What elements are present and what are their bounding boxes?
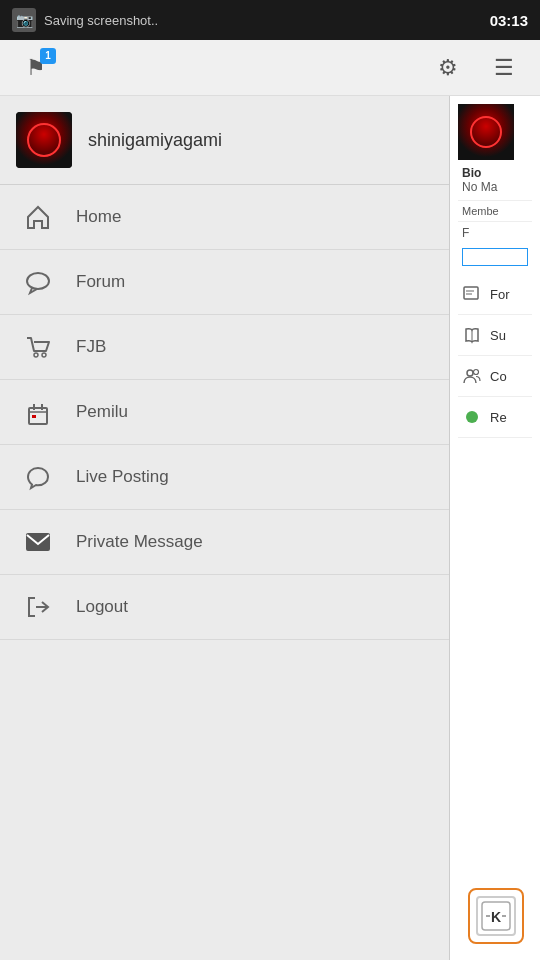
svg-point-8 [474, 370, 479, 375]
gear-icon: ⚙ [438, 55, 458, 81]
kde-button[interactable]: K [468, 888, 524, 944]
right-forum-icon [462, 284, 482, 304]
right-menu-item-su[interactable]: Su [458, 315, 532, 356]
right-menu-item-re[interactable]: Re [458, 397, 532, 438]
sidebar-item-home[interactable]: Home [0, 185, 449, 250]
right-menu-item-forum[interactable]: For [458, 274, 532, 315]
flag-button[interactable]: ⚑ 1 [12, 44, 60, 92]
svg-text:K: K [491, 909, 501, 925]
right-dot-icon [462, 407, 482, 427]
svg-rect-5 [27, 534, 49, 550]
settings-button[interactable]: ⚙ [424, 44, 472, 92]
right-su-label: Su [490, 328, 506, 343]
right-co-label: Co [490, 369, 507, 384]
forum-label: Forum [76, 272, 125, 292]
profile-content: Bio No Ma Membe F [450, 96, 540, 446]
sidebar-item-forum[interactable]: Forum [0, 250, 449, 315]
fjb-label: FJB [76, 337, 106, 357]
fjb-icon [20, 329, 56, 365]
home-icon [20, 199, 56, 235]
svg-point-2 [42, 353, 46, 357]
user-profile-row[interactable]: shinigamiyagami [0, 96, 449, 185]
hamburger-button[interactable]: ☰ [480, 44, 528, 92]
privatemessage-label: Private Message [76, 532, 203, 552]
bio-section: Bio No Ma [458, 160, 532, 200]
partial-f-section: F [458, 221, 532, 244]
liveposting-label: Live Posting [76, 467, 169, 487]
svg-point-1 [34, 353, 38, 357]
svg-rect-4 [32, 415, 36, 418]
profile-thumbnail [458, 104, 514, 160]
right-forum-label: For [490, 287, 510, 302]
main-layout: shinigamiyagami Home Forum [0, 96, 540, 960]
status-text: Saving screenshot.. [44, 13, 482, 28]
svg-rect-3 [29, 408, 47, 424]
right-menu-list: For Su [458, 274, 532, 438]
hamburger-icon: ☰ [494, 55, 514, 81]
avatar-image [16, 112, 72, 168]
home-label: Home [76, 207, 121, 227]
forum-icon [20, 264, 56, 300]
bio-text: No Ma [462, 180, 528, 194]
privatemessage-icon [20, 524, 56, 560]
top-nav: ⚑ 1 ⚙ ☰ [0, 40, 540, 96]
pemilu-label: Pemilu [76, 402, 128, 422]
bio-title: Bio [462, 166, 528, 180]
username-label: shinigamiyagami [88, 130, 222, 151]
sidebar-item-liveposting[interactable]: Live Posting [0, 445, 449, 510]
member-text: Membe [462, 205, 499, 217]
pemilu-icon [20, 394, 56, 430]
svg-point-0 [27, 273, 49, 289]
svg-point-7 [467, 370, 473, 376]
drawer: shinigamiyagami Home Forum [0, 96, 450, 960]
member-section: Membe [458, 200, 532, 221]
status-time: 03:13 [490, 12, 528, 29]
partial-f-text: F [462, 226, 469, 240]
logout-label: Logout [76, 597, 128, 617]
sidebar-item-fjb[interactable]: FJB [0, 315, 449, 380]
liveposting-icon [20, 459, 56, 495]
right-people-icon [462, 366, 482, 386]
logout-icon [20, 589, 56, 625]
svg-rect-6 [464, 287, 478, 299]
avatar [16, 112, 72, 168]
right-menu-item-co[interactable]: Co [458, 356, 532, 397]
sidebar-item-pemilu[interactable]: Pemilu [0, 380, 449, 445]
green-status-dot [466, 411, 478, 423]
sidebar-item-privatemessage[interactable]: Private Message [0, 510, 449, 575]
kde-icon: K [476, 896, 516, 936]
right-panel: Bio No Ma Membe F [450, 96, 540, 960]
right-re-label: Re [490, 410, 507, 425]
notification-badge: 1 [40, 48, 56, 64]
screenshot-icon: 📷 [12, 8, 36, 32]
sidebar-item-logout[interactable]: Logout [0, 575, 449, 640]
profile-action-button[interactable] [462, 248, 528, 266]
right-book-icon [462, 325, 482, 345]
status-bar: 📷 Saving screenshot.. 03:13 [0, 0, 540, 40]
